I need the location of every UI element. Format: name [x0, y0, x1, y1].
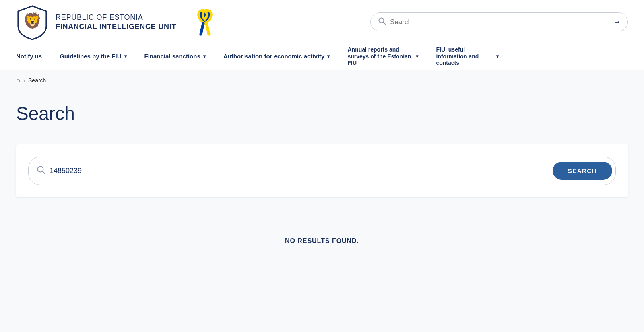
org-name: Republic of Estonia Financial Intelligen… — [56, 13, 176, 31]
breadcrumb-home-icon[interactable]: ⌂ — [16, 77, 20, 84]
page-title: Search — [16, 103, 628, 124]
site-header: 🦁 Republic of Estonia Financial Intellig… — [0, 0, 644, 44]
nav-label-financial-sanctions: Financial sanctions — [144, 53, 200, 60]
nav-chevron-financial-sanctions: ▾ — [203, 54, 206, 59]
nav-label-fiu-info: FIU, useful information and contacts — [436, 46, 493, 66]
search-box-container: SEARCH — [16, 144, 628, 197]
logo-shield: 🦁 — [16, 4, 48, 40]
header-search-input[interactable] — [390, 18, 609, 26]
search-input-row: SEARCH — [28, 157, 616, 185]
nav-label-annual-reports: Annual reports and surveys of the Estoni… — [347, 46, 413, 66]
breadcrumb-separator: › — [23, 78, 25, 84]
nav-item-financial-sanctions[interactable]: Financial sanctions ▾ — [136, 44, 215, 70]
nav-item-notify-us[interactable]: Notify us — [16, 44, 51, 70]
nav-chevron-authorisation: ▾ — [327, 54, 330, 59]
nav-label-notify-us: Notify us — [16, 53, 42, 60]
search-button[interactable]: SEARCH — [553, 162, 612, 180]
main-content: Search SEARCH NO RESULTS FOUND. — [0, 91, 644, 324]
no-results-message: NO RESULTS FOUND. — [16, 213, 628, 261]
org-line2: Financial Intelligence Unit — [56, 22, 176, 31]
header-search-arrow[interactable]: → — [613, 17, 621, 27]
nav-item-fiu-info[interactable]: FIU, useful information and contacts ▾ — [427, 44, 508, 70]
header-search-bar[interactable]: → — [370, 12, 628, 31]
nav-label-authorisation: Authorisation for economic activity — [223, 53, 325, 60]
nav-label-guidelines: Guidelines by the FIU — [60, 53, 121, 60]
nav-chevron-annual-reports: ▾ — [416, 54, 418, 59]
nav-chevron-guidelines: ▾ — [124, 54, 127, 59]
org-line1: Republic of Estonia — [56, 13, 176, 22]
breadcrumb: ⌂ › Search — [0, 70, 644, 91]
svg-text:🦁: 🦁 — [23, 12, 42, 30]
ukraine-ribbon — [196, 8, 214, 36]
header-left: 🦁 Republic of Estonia Financial Intellig… — [16, 4, 214, 40]
main-nav: Notify us Guidelines by the FIU ▾ Financ… — [0, 44, 644, 70]
svg-line-4 — [43, 171, 45, 174]
svg-line-2 — [383, 22, 386, 25]
nav-item-authorisation[interactable]: Authorisation for economic activity ▾ — [215, 44, 339, 70]
search-input-icon — [37, 165, 45, 176]
nav-item-annual-reports[interactable]: Annual reports and surveys of the Estoni… — [339, 44, 427, 70]
nav-chevron-fiu-info: ▾ — [496, 54, 499, 59]
breadcrumb-current: Search — [28, 77, 46, 84]
nav-item-guidelines[interactable]: Guidelines by the FIU ▾ — [51, 44, 135, 70]
search-input[interactable] — [50, 167, 549, 175]
header-search-icon — [378, 17, 386, 27]
